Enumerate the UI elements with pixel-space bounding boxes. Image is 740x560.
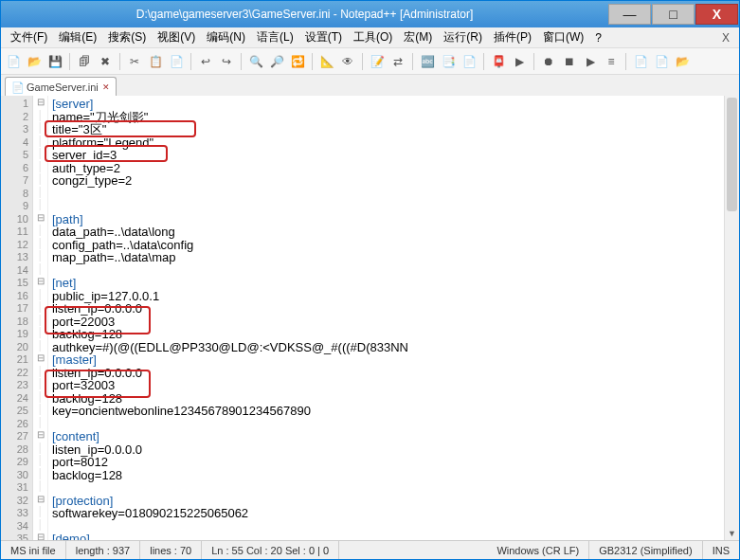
fold-line: │ bbox=[33, 186, 47, 199]
toolbar-button-14[interactable]: 👁 bbox=[339, 53, 356, 70]
tab-gameserver-ini[interactable]: 📄 GameServer.ini ✕ bbox=[5, 77, 117, 96]
menu-file[interactable]: 文件(F) bbox=[5, 27, 53, 47]
code-line[interactable]: config_path=..\data\config bbox=[52, 239, 739, 252]
toolbar-button-11[interactable]: 🔎 bbox=[268, 53, 285, 70]
toolbar-button-13[interactable]: 📐 bbox=[318, 53, 335, 70]
toolbar-button-6[interactable]: 📋 bbox=[147, 53, 164, 70]
code-line[interactable]: listen_ip=0.0.0.0 bbox=[52, 302, 739, 316]
tab-label: GameServer.ini bbox=[27, 81, 99, 93]
code-line[interactable]: map_path=..\data\map bbox=[52, 251, 739, 264]
scroll-down-icon[interactable]: ▼ bbox=[725, 527, 739, 540]
toolbar-button-26[interactable]: 📄 bbox=[632, 53, 649, 70]
toolbar-button-24[interactable]: ▶ bbox=[582, 53, 599, 70]
code-line[interactable]: public_ip=127.0.0.1 bbox=[52, 290, 739, 303]
menu-macro[interactable]: 宏(M) bbox=[398, 27, 438, 47]
code-line[interactable]: [path] bbox=[52, 213, 739, 226]
toolbar-button-7[interactable]: 📄 bbox=[168, 53, 185, 70]
menu-search[interactable]: 搜索(S) bbox=[102, 27, 152, 47]
code-line[interactable] bbox=[52, 520, 739, 533]
code-line[interactable]: port=32003 bbox=[52, 379, 739, 392]
toolbar-button-4[interactable]: ✖ bbox=[97, 53, 114, 70]
minimize-button[interactable]: — bbox=[608, 4, 651, 25]
code-content[interactable]: [server]name="刀光剑影"title="3区"platform="L… bbox=[48, 96, 739, 540]
code-line[interactable]: name="刀光剑影" bbox=[52, 111, 739, 124]
code-line[interactable] bbox=[52, 188, 739, 201]
toolbar-button-16[interactable]: ⇄ bbox=[389, 53, 406, 70]
code-line[interactable]: [master] bbox=[52, 353, 739, 367]
scroll-thumb[interactable] bbox=[727, 98, 737, 211]
code-line[interactable] bbox=[52, 418, 739, 431]
code-line[interactable]: [protection] bbox=[52, 495, 739, 508]
code-line[interactable]: title="3区" bbox=[52, 123, 739, 136]
toolbar-button-27[interactable]: 📄 bbox=[653, 53, 670, 70]
toolbar-button-2[interactable]: 💾 bbox=[46, 53, 63, 70]
code-line[interactable]: backlog=128 bbox=[52, 392, 739, 406]
menu-settings[interactable]: 设置(T) bbox=[299, 27, 348, 47]
toolbar-button-18[interactable]: 📑 bbox=[440, 53, 457, 70]
title-bar: D:\game\gameserver3\GameServer.ini - Not… bbox=[1, 1, 739, 27]
code-line[interactable] bbox=[52, 200, 739, 213]
fold-toggle-icon[interactable]: ⊟ bbox=[33, 211, 47, 225]
toolbar-button-21[interactable]: ▶ bbox=[511, 53, 528, 70]
menu-window[interactable]: 窗口(W) bbox=[537, 27, 589, 47]
code-line[interactable]: [server] bbox=[52, 98, 739, 111]
code-line[interactable]: listen_ip=0.0.0.0 bbox=[52, 443, 739, 457]
toolbar-button-3[interactable]: 🗐 bbox=[76, 53, 93, 70]
menu-tools[interactable]: 工具(O) bbox=[348, 27, 398, 47]
code-line[interactable]: [content] bbox=[52, 430, 739, 443]
code-line[interactable] bbox=[52, 264, 739, 278]
code-line[interactable] bbox=[52, 481, 739, 495]
code-line[interactable]: softwarekey=018090215225065062 bbox=[52, 507, 739, 520]
vertical-scrollbar[interactable]: ▲ ▼ bbox=[724, 96, 739, 540]
toolbar-button-15[interactable]: 📝 bbox=[369, 53, 386, 70]
menu-close-x[interactable]: X bbox=[716, 29, 735, 46]
menu-run[interactable]: 运行(R) bbox=[438, 27, 488, 47]
toolbar-button-22[interactable]: ⏺ bbox=[540, 53, 557, 70]
toolbar-button-0[interactable]: 📄 bbox=[5, 53, 22, 70]
toolbar-button-20[interactable]: 📮 bbox=[490, 53, 507, 70]
code-line[interactable]: backlog=128 bbox=[52, 469, 739, 482]
menu-language[interactable]: 语言(L) bbox=[251, 27, 299, 47]
code-line[interactable]: congzi_type=2 bbox=[52, 174, 739, 188]
fold-toggle-icon[interactable]: ⊟ bbox=[33, 531, 47, 540]
toolbar-button-19[interactable]: 📄 bbox=[460, 53, 478, 70]
fold-toggle-icon[interactable]: ⊟ bbox=[33, 352, 47, 365]
code-line[interactable]: port=22003 bbox=[52, 316, 739, 329]
menu-edit[interactable]: 编辑(E) bbox=[53, 27, 102, 47]
toolbar-button-17[interactable]: 🔤 bbox=[419, 53, 436, 70]
menu-encoding[interactable]: 编码(N) bbox=[201, 27, 251, 47]
line-number: 10 bbox=[1, 213, 28, 226]
toolbar-button-12[interactable]: 🔁 bbox=[289, 53, 306, 70]
fold-toggle-icon[interactable]: ⊟ bbox=[33, 493, 47, 506]
tab-close-icon[interactable]: ✕ bbox=[102, 82, 110, 92]
code-line[interactable]: authkey=#)(@((EDLL@PP330@LD@:<VDKSS@_#((… bbox=[52, 341, 739, 354]
toolbar-button-28[interactable]: 📂 bbox=[674, 53, 691, 70]
toolbar-button-1[interactable]: 📂 bbox=[26, 53, 43, 70]
maximize-button[interactable]: □ bbox=[652, 4, 695, 25]
code-line[interactable]: [demo] bbox=[52, 533, 739, 540]
code-line[interactable]: key=oncientwebonline12345678901234567890 bbox=[52, 405, 739, 418]
close-button[interactable]: X bbox=[695, 4, 738, 25]
fold-toggle-icon[interactable]: ⊟ bbox=[33, 96, 47, 109]
fold-toggle-icon[interactable]: ⊟ bbox=[33, 275, 47, 288]
editor-area[interactable]: 1234567891011121314151617181920212223242… bbox=[1, 96, 739, 540]
menu-help[interactable]: ? bbox=[589, 29, 607, 46]
menu-view[interactable]: 视图(V) bbox=[152, 27, 201, 47]
code-line[interactable]: data_path=..\data\long bbox=[52, 226, 739, 239]
menu-plugins[interactable]: 插件(P) bbox=[488, 27, 537, 47]
fold-gutter: ⊟││││││││⊟││││⊟│││││⊟│││││⊟││││⊟││⊟ bbox=[33, 96, 48, 540]
code-line[interactable]: auth_type=2 bbox=[52, 162, 739, 175]
toolbar-button-9[interactable]: ↪ bbox=[218, 53, 235, 70]
code-line[interactable]: port=8012 bbox=[52, 456, 739, 469]
code-line[interactable]: server_id=3 bbox=[52, 149, 739, 162]
fold-toggle-icon[interactable]: ⊟ bbox=[33, 428, 47, 442]
toolbar-button-5[interactable]: ✂ bbox=[126, 53, 143, 70]
code-line[interactable]: backlog=128 bbox=[52, 328, 739, 341]
toolbar-button-10[interactable]: 🔍 bbox=[247, 53, 264, 70]
toolbar-button-25[interactable]: ≡ bbox=[603, 53, 620, 70]
code-line[interactable]: listen_ip=0.0.0.0 bbox=[52, 367, 739, 380]
toolbar-button-8[interactable]: ↩ bbox=[197, 53, 214, 70]
code-line[interactable]: platform="Legend" bbox=[52, 136, 739, 150]
toolbar-button-23[interactable]: ⏹ bbox=[561, 53, 578, 70]
code-line[interactable]: [net] bbox=[52, 277, 739, 290]
